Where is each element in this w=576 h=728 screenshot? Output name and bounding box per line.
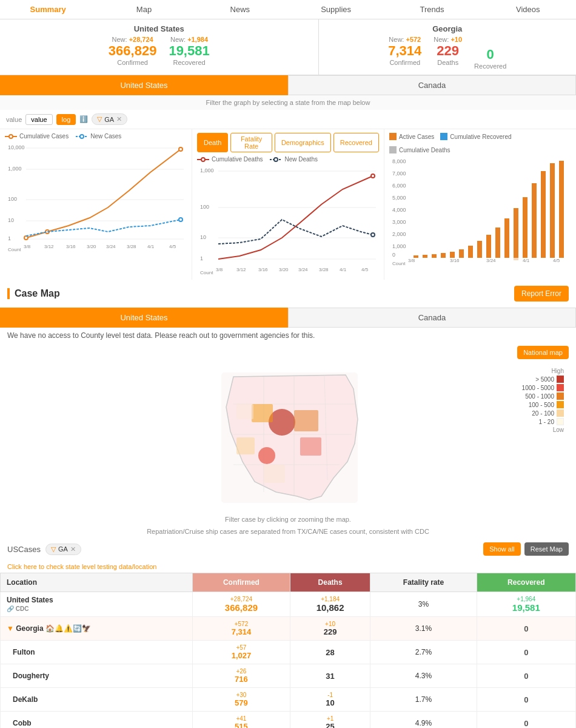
confirmed-cell: +5727,314 — [193, 617, 290, 641]
fatality-cell: 4.9% — [370, 712, 477, 729]
svg-rect-96 — [236, 437, 255, 454]
nav-item-news[interactable]: News — [192, 0, 288, 19]
us-recovered-count: 19,581 — [169, 43, 209, 59]
svg-text:3/8: 3/8 — [24, 244, 31, 249]
svg-rect-94 — [252, 404, 273, 422]
log-btn[interactable]: log — [56, 114, 76, 125]
map-tab-canada[interactable]: Canada — [288, 308, 576, 328]
svg-text:4/1: 4/1 — [523, 258, 530, 263]
testing-data-link[interactable]: Click here to check state level testing … — [0, 561, 576, 573]
col-confirmed[interactable]: Confirmed — [193, 573, 290, 592]
stats-row: United States New: +28,724 366,829 Confi… — [0, 19, 576, 75]
table-row[interactable]: ▼ Georgia 🏠🔔⚠️🔄🦅 +5727,314 +10229 3.1% 0 — [1, 617, 576, 641]
svg-rect-67 — [486, 235, 491, 258]
georgia-map-svg[interactable] — [203, 368, 373, 507]
fatality-cell: 1.7% — [370, 688, 477, 712]
svg-rect-70 — [514, 208, 518, 258]
legend-box-20 — [557, 410, 564, 417]
svg-text:Count: Count — [200, 270, 213, 274]
legend-row-1000: 1000 - 5000 — [522, 384, 564, 391]
filter-tag-close[interactable]: ✕ — [116, 115, 122, 123]
map-tab-us[interactable]: United States — [0, 308, 288, 328]
svg-point-40 — [371, 233, 375, 237]
ga-confirmed-label: Confirmed — [388, 59, 421, 66]
map-caption-filter: Filter case by clicking or zooming the m… — [0, 513, 576, 525]
nav-item-trends[interactable]: Trends — [384, 0, 480, 19]
legend-box-1 — [557, 418, 564, 425]
table-row[interactable]: Cobb +41515 +125 4.9% 0 — [1, 712, 576, 729]
tab-canada[interactable]: Canada — [288, 75, 576, 95]
deaths-cell: -110 — [290, 688, 370, 712]
national-map-button[interactable]: National map — [517, 346, 569, 359]
case-map-title: Case Map — [7, 288, 60, 299]
col-recovered[interactable]: Recovered — [477, 573, 575, 592]
svg-text:3/24: 3/24 — [486, 258, 496, 263]
recovered-cell: +1,96419,581 — [477, 592, 575, 617]
ga-filter-tag[interactable]: ▽ GA ✕ — [92, 113, 127, 125]
legend-label-100: 100 - 500 — [529, 402, 554, 408]
col-deaths[interactable]: Deaths — [290, 573, 370, 592]
svg-text:4/5: 4/5 — [553, 258, 560, 263]
ga-recovered-count: 0 — [474, 47, 506, 62]
tab-death[interactable]: Death — [197, 133, 228, 152]
svg-text:8,000: 8,000 — [392, 158, 406, 164]
report-error-button[interactable]: Report Error — [514, 286, 569, 302]
map-caption-repatriation: Repatriation/Cruise ship cases are separ… — [0, 525, 576, 538]
nav-item-supplies[interactable]: Supplies — [288, 0, 384, 19]
info-icon: ℹ️ — [79, 115, 88, 123]
fatality-cell: 3.1% — [370, 617, 477, 641]
recovered-cell: 0 — [477, 641, 575, 664]
table-row[interactable]: United States 🔗 CDC +28,724366,829 +1,18… — [1, 592, 576, 617]
table-row[interactable]: Fulton +571,027 28 2.7% 0 — [1, 641, 576, 664]
show-all-button[interactable]: Show all — [483, 542, 521, 556]
confirmed-cell: +571,027 — [193, 641, 290, 664]
svg-text:3/28: 3/28 — [127, 244, 136, 249]
us-recovered-label: Recovered — [169, 59, 209, 66]
nav-item-map[interactable]: Map — [96, 0, 192, 19]
ga-recovered-label: Recovered — [474, 62, 506, 70]
col-fatality[interactable]: Fatality rate — [370, 573, 477, 592]
svg-text:10,000: 10,000 — [8, 144, 25, 150]
table-section: USCases ▽ GA ✕ Show all Reset Map Click … — [0, 538, 576, 728]
svg-point-39 — [371, 174, 375, 178]
cases-table: Location Confirmed Deaths Fatality rate … — [0, 573, 576, 728]
table-row[interactable]: Dougherty +26716 31 4.3% 0 — [1, 664, 576, 688]
map-legend: High > 5000 1000 - 5000 500 - 1000 100 -… — [522, 368, 564, 433]
chart-type-tabs: Death Fatality Rate Demographics Recover… — [197, 133, 379, 152]
chart-cases: Cumulative Cases New Cases 10,000 1,000 … — [0, 129, 192, 280]
table-controls-right: Show all Reset Map — [483, 542, 569, 556]
nav-item-videos[interactable]: Videos — [480, 0, 576, 19]
table-ga-filter-tag[interactable]: ▽ GA ✕ — [45, 544, 81, 555]
svg-point-28 — [201, 158, 205, 161]
legend-label-20: 20 - 100 — [532, 410, 554, 417]
tab-fatality-rate[interactable]: Fatality Rate — [230, 133, 272, 152]
recovered-cell: 0 — [477, 664, 575, 688]
ga-new-deaths: New: +10 — [434, 36, 462, 43]
table-filter-close[interactable]: ✕ — [70, 545, 76, 553]
col-location: Location — [1, 573, 193, 592]
value-btn[interactable]: value — [25, 114, 52, 125]
svg-text:3/16: 3/16 — [258, 267, 268, 272]
location-cell: United States 🔗 CDC — [1, 592, 193, 617]
tab-recovered[interactable]: Recovered — [333, 133, 379, 152]
svg-text:4/5: 4/5 — [169, 244, 176, 249]
recovered-cell: 0 — [477, 712, 575, 729]
svg-text:4/5: 4/5 — [361, 267, 369, 272]
svg-text:6,000: 6,000 — [392, 183, 406, 189]
svg-text:5,000: 5,000 — [392, 195, 406, 201]
deaths-cell: 31 — [290, 664, 370, 688]
confirmed-cell: +26716 — [193, 664, 290, 688]
svg-rect-76 — [514, 258, 518, 260]
svg-text:3/24: 3/24 — [106, 244, 116, 249]
svg-text:3/12: 3/12 — [236, 267, 246, 272]
nav-item-summary[interactable]: Summary — [0, 0, 96, 19]
svg-rect-73 — [541, 171, 546, 258]
table-row[interactable]: DeKalb +30579 -110 1.7% 0 — [1, 688, 576, 712]
tab-us[interactable]: United States — [0, 75, 288, 95]
map-controls: National map — [0, 343, 576, 362]
tab-demographics[interactable]: Demographics — [275, 133, 331, 152]
location-cell: Cobb — [1, 712, 193, 729]
svg-point-92 — [258, 447, 275, 464]
reset-map-button[interactable]: Reset Map — [524, 542, 569, 556]
legend-row-100: 100 - 500 — [522, 401, 564, 408]
